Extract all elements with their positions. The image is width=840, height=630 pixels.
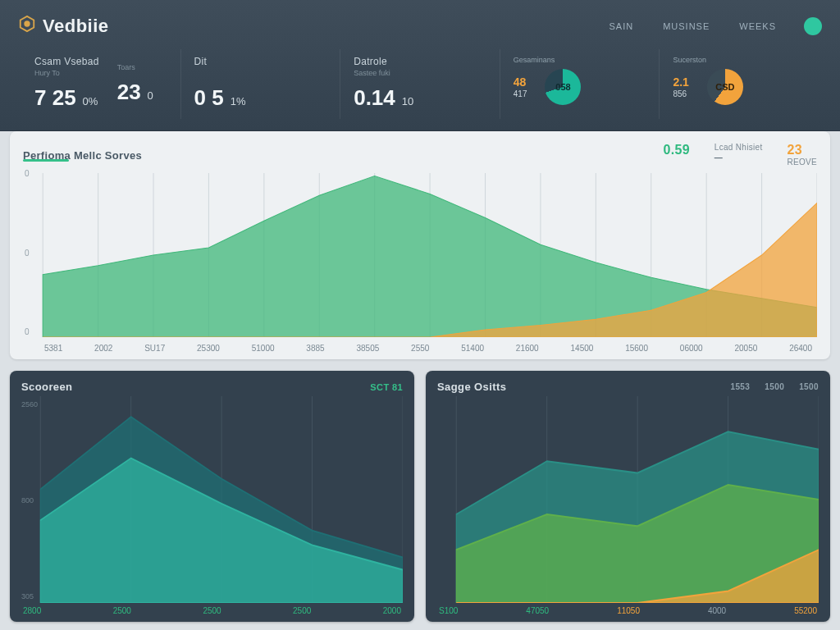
nav-item-1[interactable]: SAIN bbox=[609, 21, 633, 31]
legend: 155315001500 bbox=[730, 382, 819, 391]
metric-value: 0.14 bbox=[354, 85, 395, 111]
main-area-chart bbox=[23, 173, 817, 337]
bottom-chart-right: Sagge Ositts 155315001500 S1004705011050… bbox=[426, 371, 830, 622]
avatar[interactable] bbox=[804, 17, 822, 35]
metric-label: Dit bbox=[194, 56, 327, 67]
topbar: Vedbiie SAIN MUSINSE WEEKS Csam Vsebad H… bbox=[0, 0, 840, 131]
x-axis: S1004705011050400055200 bbox=[437, 603, 819, 617]
area-chart bbox=[437, 396, 819, 603]
hexagon-icon bbox=[18, 15, 36, 38]
donut-chart-orange: CSD bbox=[707, 69, 743, 105]
metric-label: Datrole bbox=[354, 56, 486, 67]
card-title: Scooreen bbox=[21, 381, 72, 393]
metric-card-5[interactable]: Sucerston 2.1 856 CSD bbox=[659, 49, 819, 119]
metric-card-3[interactable]: Datrole Sastee fuki 0.14 10 bbox=[340, 49, 500, 119]
nav-item-2[interactable]: MUSINSE bbox=[663, 21, 710, 31]
metric-sublabel: Hury To bbox=[34, 69, 99, 77]
nav-item-3[interactable]: WEEKS bbox=[739, 21, 776, 31]
bottom-chart-left: Scooreen SCT 81 2560800305 2800250025002… bbox=[10, 371, 414, 622]
metric-value: 7 25 bbox=[34, 85, 76, 111]
y-axis: 000 bbox=[25, 169, 30, 336]
metric-card-1[interactable]: Csam Vsebad Hury To 7 25 0% Toars 23 0 bbox=[21, 49, 180, 119]
area-chart bbox=[21, 396, 403, 603]
x-axis: 28002500250025002000 bbox=[21, 603, 403, 617]
card-title: Sagge Ositts bbox=[437, 381, 506, 393]
metric-value: 0 5 bbox=[194, 85, 224, 111]
metric-card-4[interactable]: Gesaminans 48 417 058 bbox=[500, 49, 660, 119]
metric-sublabel: Toars bbox=[117, 63, 153, 71]
x-axis: 53812002SU172530051000388538505255051400… bbox=[23, 340, 817, 353]
brand-name: Vedbiie bbox=[43, 16, 109, 37]
metric-value: 23 bbox=[117, 80, 141, 105]
top-nav: SAIN MUSINSE WEEKS bbox=[609, 21, 776, 31]
metric-suffix: 0% bbox=[83, 95, 98, 107]
active-tab-indicator bbox=[23, 159, 69, 162]
kpi-value: 0.59 bbox=[664, 143, 690, 158]
svg-point-1 bbox=[25, 21, 30, 26]
metric-row: Csam Vsebad Hury To 7 25 0% Toars 23 0 bbox=[18, 44, 822, 130]
donut-chart-teal: 058 bbox=[545, 69, 581, 105]
metric-label: Csam Vsebad bbox=[34, 56, 99, 67]
y-axis: 2560800305 bbox=[21, 400, 38, 600]
brand: Vedbiie bbox=[18, 15, 109, 38]
main-chart-panel: Perfioma Mellc Sorves 0.59 Lcad Nhisiet … bbox=[10, 131, 830, 359]
metric-card-2[interactable]: Dit 0 5 1% bbox=[180, 49, 340, 119]
